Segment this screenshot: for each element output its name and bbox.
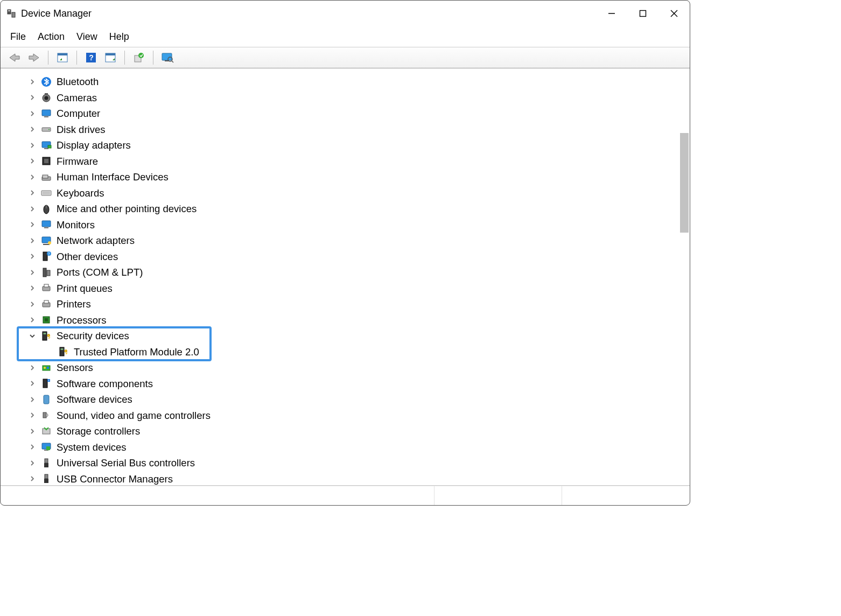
tree-node-storage[interactable]: Storage controllers — [8, 423, 690, 439]
svg-rect-59 — [44, 333, 46, 334]
menu-help[interactable]: Help — [109, 31, 129, 43]
tree-node-firmware[interactable]: Firmware — [8, 153, 690, 170]
tree-node-monitor[interactable]: Monitors — [8, 217, 690, 233]
svg-rect-66 — [47, 367, 49, 369]
svg-rect-55 — [44, 300, 48, 303]
svg-rect-50 — [43, 268, 46, 277]
tree-node-display[interactable]: Display adapters — [8, 137, 690, 153]
chevron-right-icon[interactable] — [27, 363, 37, 373]
tree-node-computer[interactable]: Computer — [8, 106, 690, 122]
help-button[interactable]: ? — [82, 50, 100, 65]
menu-bar: File Action View Help — [1, 26, 690, 47]
chevron-right-icon[interactable] — [27, 283, 37, 293]
chevron-right-icon[interactable] — [27, 315, 37, 325]
tree-node-other[interactable]: ? Other devices — [8, 249, 690, 265]
printer-icon — [40, 298, 52, 310]
chevron-right-icon[interactable] — [27, 410, 37, 420]
chevron-right-icon[interactable] — [27, 395, 37, 404]
other-icon: ? — [40, 250, 52, 262]
minimize-button[interactable] — [596, 1, 627, 26]
chevron-right-icon[interactable] — [27, 236, 37, 246]
tree-node-label: Universal Serial Bus controllers — [57, 455, 195, 471]
forward-button[interactable] — [25, 50, 43, 65]
menu-view[interactable]: View — [76, 31, 97, 43]
chevron-right-icon[interactable] — [27, 474, 37, 484]
chevron-right-icon[interactable] — [27, 77, 37, 87]
svg-point-46 — [48, 241, 51, 244]
tree-node-usb[interactable]: Universal Serial Bus controllers — [8, 455, 690, 471]
svg-rect-1 — [12, 12, 15, 17]
tree-child-security[interactable]: Trusted Platform Module 2.0 — [8, 344, 690, 360]
monitor-icon — [40, 219, 52, 230]
tree-node-label: System devices — [57, 439, 127, 456]
tree-node-bluetooth[interactable]: Bluetooth — [8, 74, 690, 90]
tree-node-printer[interactable]: Printers — [8, 296, 690, 312]
svg-rect-47 — [43, 252, 47, 261]
tree-node-usbconn[interactable]: USB Connector Managers — [8, 471, 690, 486]
menu-action[interactable]: Action — [38, 31, 65, 43]
chevron-right-icon[interactable] — [27, 442, 37, 452]
chevron-right-icon[interactable] — [27, 268, 37, 277]
svg-rect-53 — [44, 284, 48, 287]
tree-node-label: Storage controllers — [57, 423, 140, 439]
svg-rect-38 — [41, 191, 51, 195]
chevron-down-icon[interactable] — [27, 331, 37, 341]
tree-node-network[interactable]: Network adapters — [8, 233, 690, 249]
tree-node-sound[interactable]: Sound, video and game controllers — [8, 408, 690, 424]
tree-node-camera[interactable]: Cameras — [8, 90, 690, 106]
chevron-right-icon[interactable] — [27, 220, 37, 229]
svg-rect-71 — [43, 412, 46, 418]
chevron-right-icon[interactable] — [27, 379, 37, 388]
tree-node-ports[interactable]: Ports (COM & LPT) — [8, 264, 690, 281]
window-title: Device Manager — [21, 8, 92, 19]
tree-node-label: USB Connector Managers — [57, 471, 173, 486]
tree-node-swdev[interactable]: Software devices — [8, 391, 690, 408]
svg-rect-78 — [45, 474, 48, 479]
device-tree[interactable]: Bluetooth Cameras Computer Disk drives D… — [1, 68, 690, 485]
maximize-button[interactable] — [627, 1, 658, 26]
tree-node-system[interactable]: System devices — [8, 439, 690, 456]
svg-marker-8 — [29, 54, 39, 61]
device-manager-window: Device Manager File Action View Help ? — [0, 0, 690, 506]
chevron-right-icon[interactable] — [27, 124, 37, 134]
tree-node-processor[interactable]: Processors — [8, 312, 690, 328]
chevron-right-icon[interactable] — [27, 458, 37, 468]
close-button[interactable] — [658, 1, 690, 26]
tree-node-keyboard[interactable]: Keyboards — [8, 185, 690, 201]
svg-rect-35 — [44, 159, 48, 163]
tree-node-label: Software devices — [57, 391, 132, 408]
chevron-right-icon[interactable] — [27, 188, 37, 198]
chevron-right-icon[interactable] — [27, 204, 37, 214]
chevron-right-icon[interactable] — [27, 93, 37, 102]
chevron-right-icon[interactable] — [27, 156, 37, 166]
app-icon — [6, 8, 17, 19]
swcomp-icon: + — [40, 377, 52, 389]
chevron-right-icon[interactable] — [27, 299, 37, 309]
tree-node-mouse[interactable]: Mice and other pointing devices — [8, 201, 690, 217]
update-driver-button[interactable] — [130, 50, 148, 65]
tree-node-security[interactable]: Security devices — [8, 328, 690, 344]
tree-node-swcomp[interactable]: + Software components — [8, 376, 690, 392]
tree-node-label: Print queues — [57, 281, 113, 297]
svg-rect-70 — [44, 395, 49, 404]
back-button[interactable] — [6, 50, 23, 65]
vertical-scrollbar[interactable] — [680, 133, 689, 233]
scan-hardware-button[interactable] — [159, 50, 176, 65]
menu-file[interactable]: File — [10, 31, 26, 43]
show-hidden-button[interactable] — [54, 50, 71, 65]
tree-node-label: Ports (COM & LPT) — [57, 264, 143, 281]
chevron-right-icon[interactable] — [27, 251, 37, 261]
tree-node-label: Disk drives — [57, 122, 105, 138]
tree-node-printqueue[interactable]: Print queues — [8, 281, 690, 297]
chevron-right-icon[interactable] — [27, 109, 37, 118]
tree-node-label: Sound, video and game controllers — [57, 408, 211, 424]
tree-node-disk[interactable]: Disk drives — [8, 122, 690, 138]
tree-node-sensors[interactable]: Sensors — [8, 360, 690, 376]
chevron-right-icon[interactable] — [27, 426, 37, 436]
toolbar: ? — [1, 47, 690, 68]
properties-button[interactable] — [102, 50, 119, 65]
chevron-right-icon[interactable] — [27, 172, 37, 182]
tree-node-hid[interactable]: Human Interface Devices — [8, 169, 690, 185]
chevron-right-icon[interactable] — [27, 141, 37, 150]
svg-rect-77 — [44, 463, 48, 467]
